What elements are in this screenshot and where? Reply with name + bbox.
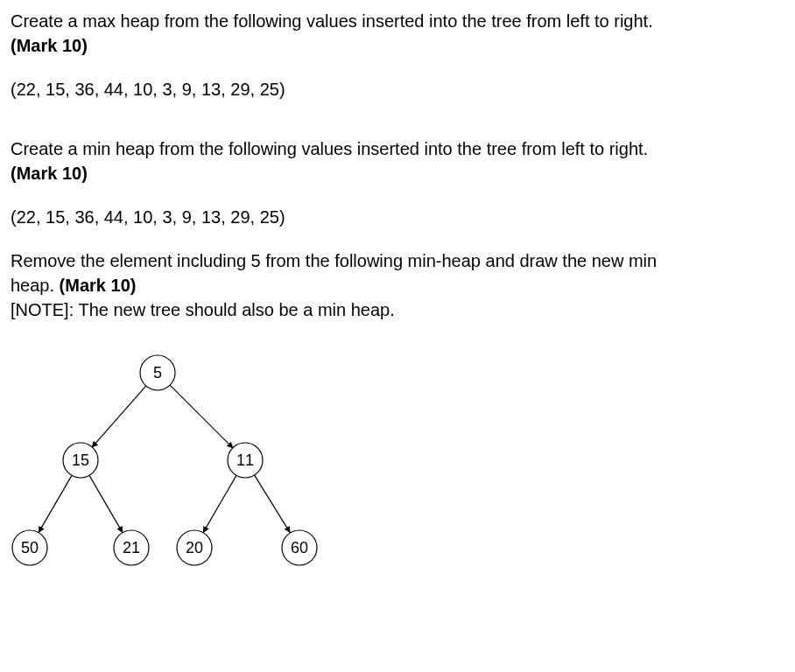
edge-l-ll xyxy=(39,475,72,533)
tree-node-lr: 21 xyxy=(114,530,149,565)
tree-node-r-value: 11 xyxy=(236,452,254,469)
q3-mark-label: (Mark 10) xyxy=(60,276,137,295)
tree-node-l-value: 15 xyxy=(72,452,89,469)
tree-node-l: 15 xyxy=(63,443,98,478)
q3-note: [NOTE]: The new tree should also be a mi… xyxy=(11,300,395,319)
q1-prompt-block: Create a max heap from the following val… xyxy=(11,9,784,58)
edge-l-lr xyxy=(89,475,123,533)
q1-values: (22, 15, 36, 44, 10, 3, 9, 13, 29, 25) xyxy=(11,77,784,102)
min-heap-tree: 5 15 11 50 21 20 60 xyxy=(11,346,361,592)
tree-node-ll-value: 50 xyxy=(21,539,39,556)
q2-mark-label: (Mark 10) xyxy=(11,164,88,183)
edge-root-l xyxy=(92,385,147,447)
q2-prompt-block: Create a min heap from the following val… xyxy=(11,136,784,186)
q3-line1: Remove the element including 5 from the … xyxy=(11,251,657,270)
tree-node-rl-value: 20 xyxy=(186,539,203,556)
tree-node-ll: 50 xyxy=(12,530,47,565)
q3-line2-prefix: heap. xyxy=(11,276,60,295)
tree-node-r: 11 xyxy=(228,443,263,478)
tree-node-root: 5 xyxy=(140,355,175,390)
tree-node-rr: 60 xyxy=(282,530,317,565)
edge-r-rr xyxy=(255,475,291,533)
tree-node-root-value: 5 xyxy=(153,364,162,382)
q2-prompt-text: Create a min heap from the following val… xyxy=(11,139,648,158)
q2-values: (22, 15, 36, 44, 10, 3, 9, 13, 29, 25) xyxy=(11,205,784,229)
tree-node-rr-value: 60 xyxy=(291,539,308,556)
q1-prompt-text: Create a max heap from the following val… xyxy=(11,11,653,31)
tree-node-rl: 20 xyxy=(177,530,212,565)
edge-root-r xyxy=(170,385,234,449)
edge-r-rl xyxy=(203,475,236,533)
q3-prompt-block: Remove the element including 5 from the … xyxy=(11,248,784,322)
tree-node-lr-value: 21 xyxy=(123,539,140,556)
q1-mark-label: (Mark 10) xyxy=(11,36,88,55)
